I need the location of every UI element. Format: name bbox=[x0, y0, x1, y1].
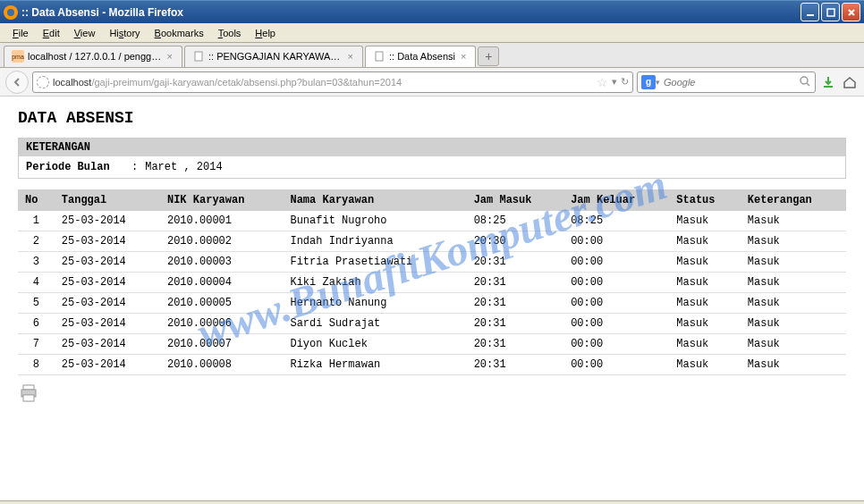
url-bar[interactable]: localhost/gaji-preimum/gaji-karyawan/cet… bbox=[32, 71, 633, 93]
bookmark-star-icon[interactable]: ☆ bbox=[597, 75, 608, 89]
svg-rect-9 bbox=[23, 385, 34, 390]
print-button[interactable] bbox=[18, 382, 39, 404]
close-button[interactable] bbox=[842, 3, 860, 21]
table-row: 525-03-20142010.00005Hernanto Nanung20:3… bbox=[18, 293, 846, 314]
home-icon[interactable] bbox=[841, 73, 859, 91]
table-header-row: No Tanggal NIK Karyawan Nama Karyawan Ja… bbox=[18, 189, 846, 211]
info-header: KETERANGAN bbox=[19, 139, 845, 156]
periode-label: Periode Bulan bbox=[26, 161, 124, 173]
page-content: www.BunafitKomputer.com DATA ABSENSI KET… bbox=[0, 97, 864, 500]
svg-rect-11 bbox=[23, 395, 34, 401]
navbar: localhost/gaji-preimum/gaji-karyawan/cet… bbox=[0, 68, 864, 97]
phpmyadmin-icon: pma bbox=[12, 50, 24, 63]
table-row: 825-03-20142010.00008Rizka Hermawan20:31… bbox=[18, 355, 846, 375]
col-nama: Nama Karyawan bbox=[283, 189, 466, 211]
col-jam-masuk: Jam Masuk bbox=[467, 189, 563, 211]
table-row: 625-03-20142010.00006Sardi Sudrajat20:31… bbox=[18, 314, 846, 334]
menu-file[interactable]: File bbox=[5, 26, 36, 40]
col-keterangan: Keterangan bbox=[741, 189, 846, 211]
info-box: KETERANGAN Periode Bulan : Maret , 2014 bbox=[18, 138, 846, 179]
dropdown-icon[interactable]: ▾ bbox=[612, 76, 617, 88]
minimize-button[interactable] bbox=[800, 3, 819, 21]
menu-bookmarks[interactable]: Bookmarks bbox=[148, 26, 211, 40]
menu-view[interactable]: View bbox=[67, 26, 103, 40]
search-go-icon[interactable] bbox=[799, 75, 811, 89]
svg-rect-3 bbox=[827, 9, 834, 16]
menubar: File Edit View History Bookmarks Tools H… bbox=[0, 23, 864, 43]
search-input[interactable] bbox=[660, 77, 799, 88]
back-button[interactable] bbox=[5, 71, 29, 94]
tab-label: localhost / 127.0.0.1 / penggajian_karya… bbox=[28, 51, 162, 62]
table-row: 425-03-20142010.00004Kiki Zakiah20:3100:… bbox=[18, 273, 846, 293]
svg-rect-6 bbox=[195, 52, 202, 61]
new-tab-button[interactable]: + bbox=[478, 46, 499, 66]
tabbar: pma localhost / 127.0.0.1 / penggajian_k… bbox=[0, 43, 864, 68]
svg-rect-7 bbox=[376, 52, 383, 61]
tab-3[interactable]: :: Data Absensi × bbox=[365, 46, 476, 67]
attendance-table: No Tanggal NIK Karyawan Nama Karyawan Ja… bbox=[18, 189, 846, 375]
table-row: 225-03-20142010.00002Indah Indriyanna20:… bbox=[18, 231, 846, 252]
page-icon bbox=[192, 50, 205, 63]
svg-text:pma: pma bbox=[12, 54, 24, 61]
tab-label: :: Data Absensi bbox=[389, 51, 455, 62]
menu-edit[interactable]: Edit bbox=[36, 26, 67, 40]
col-status: Status bbox=[669, 189, 741, 211]
periode-value: Maret , 2014 bbox=[145, 161, 222, 173]
maximize-button[interactable] bbox=[821, 3, 840, 21]
menu-history[interactable]: History bbox=[102, 26, 147, 40]
reload-icon[interactable]: ↻ bbox=[621, 76, 629, 88]
page-icon bbox=[373, 50, 385, 63]
tab-1[interactable]: pma localhost / 127.0.0.1 / penggajian_k… bbox=[4, 46, 182, 67]
tab-close-icon[interactable]: × bbox=[165, 51, 174, 62]
table-row: 725-03-20142010.00007Diyon Kuclek20:3100… bbox=[18, 334, 846, 355]
window-titlebar: :: Data Absensi - Mozilla Firefox bbox=[0, 0, 864, 23]
tab-2[interactable]: :: PENGGAJIAN KARYAWAN v 2.1 - Siste… × bbox=[184, 46, 363, 67]
globe-icon bbox=[37, 76, 49, 88]
col-nik: NIK Karyawan bbox=[160, 189, 284, 211]
svg-point-1 bbox=[7, 9, 14, 16]
col-no: No bbox=[18, 189, 55, 211]
page-title: DATA ABSENSI bbox=[18, 109, 846, 127]
menu-help[interactable]: Help bbox=[248, 26, 283, 40]
tab-close-icon[interactable]: × bbox=[459, 51, 468, 62]
url-text: localhost/gaji-preimum/gaji-karyawan/cet… bbox=[53, 77, 597, 88]
firefox-icon bbox=[4, 5, 18, 20]
tab-close-icon[interactable]: × bbox=[346, 51, 355, 62]
svg-point-8 bbox=[800, 77, 808, 84]
search-box[interactable]: g ▾ bbox=[637, 71, 816, 93]
statusbar bbox=[0, 500, 864, 504]
window-title: :: Data Absensi - Mozilla Firefox bbox=[21, 6, 800, 19]
col-tanggal: Tanggal bbox=[55, 189, 160, 211]
download-icon[interactable] bbox=[819, 73, 837, 91]
col-jam-keluar: Jam Keluar bbox=[563, 189, 669, 211]
tab-label: :: PENGGAJIAN KARYAWAN v 2.1 - Siste… bbox=[208, 51, 343, 62]
svg-rect-2 bbox=[807, 14, 814, 16]
table-row: 125-03-20142010.00001Bunafit Nugroho08:2… bbox=[18, 211, 846, 231]
google-icon: g bbox=[641, 75, 656, 89]
menu-tools[interactable]: Tools bbox=[211, 26, 249, 40]
table-row: 325-03-20142010.00003Fitria Prasetiawati… bbox=[18, 252, 846, 273]
info-row-periode: Periode Bulan : Maret , 2014 bbox=[19, 156, 845, 178]
